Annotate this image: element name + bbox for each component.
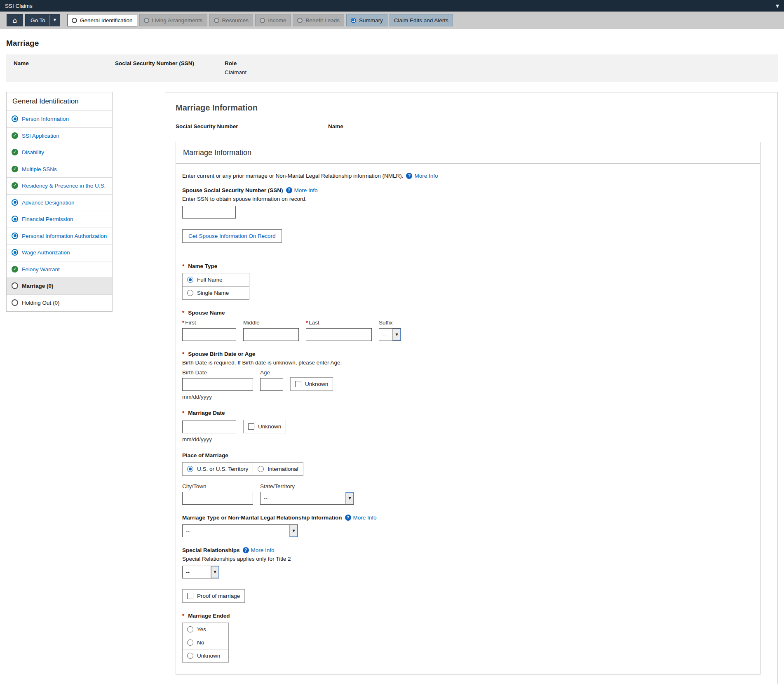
marriage-date-input[interactable]: [182, 421, 236, 433]
place-of-marriage-group: U.S. or U.S. Territory International: [182, 462, 753, 476]
tab-living-arrangements[interactable]: Living Arrangements: [139, 14, 207, 26]
marriage-date-unknown-checkbox[interactable]: Unknown: [243, 420, 286, 433]
sidebar-item-multiple-ssns[interactable]: Multiple SSNs: [7, 161, 112, 178]
birth-date-input[interactable]: [182, 378, 253, 391]
claimant-ssn-label: Social Security Number (SSN): [115, 60, 225, 66]
more-info-label: More Info: [353, 515, 377, 521]
first-name-field: First: [182, 320, 236, 341]
page-title: Marriage: [6, 39, 784, 48]
sidebar-item-wage-authorization[interactable]: Wage Authorization: [7, 244, 112, 261]
sidebar-item-marriage[interactable]: Marriage (0): [7, 277, 112, 294]
international-option[interactable]: International: [253, 462, 303, 476]
city-town-label: City/Town: [182, 483, 253, 489]
radio-unselected-icon: [187, 626, 193, 632]
state-territory-select[interactable]: -- ▼: [260, 492, 354, 505]
claimant-role-column: Role Claimant: [225, 60, 770, 75]
sidebar-item-advance-designation[interactable]: Advance Designation: [7, 194, 112, 211]
special-relationships-label-row: Special Relationships ? More Info: [182, 547, 753, 553]
complete-check-icon: [12, 149, 18, 155]
sidebar-item-residency-presence[interactable]: Residency & Presence in the U.S.: [7, 177, 112, 194]
option-label: Full Name: [197, 277, 223, 283]
state-territory-label: State/Territory: [260, 483, 354, 489]
radio-selected-icon: [351, 18, 356, 23]
sidebar-item-personal-information-authorization[interactable]: Personal Information Authorization: [7, 228, 112, 244]
single-name-option[interactable]: Single Name: [182, 286, 249, 300]
radio-selected-icon: [187, 466, 193, 472]
birth-hint: Birth Date is required. If Birth date is…: [182, 360, 753, 366]
first-name-input[interactable]: [182, 328, 236, 341]
birth-unknown-checkbox[interactable]: Unknown: [290, 377, 333, 391]
in-progress-icon: [12, 233, 18, 239]
sidebar-item-holding-out[interactable]: Holding Out (0): [7, 294, 112, 311]
special-relationships-more-info-link[interactable]: ? More Info: [243, 547, 275, 553]
marriage-ended-unknown-option[interactable]: Unknown: [182, 649, 229, 663]
spouse-ssn-input[interactable]: [182, 206, 236, 219]
sidebar-item-label: Holding Out (0): [22, 299, 60, 307]
us-territory-option[interactable]: U.S. or U.S. Territory: [182, 462, 253, 476]
chevron-down-icon: ▼: [289, 525, 298, 537]
option-label: Proof of marriage: [197, 593, 240, 599]
sidebar-item-felony-warrant[interactable]: Felony Warrant: [7, 261, 112, 278]
claimant-ssn-column: Social Security Number (SSN): [115, 60, 225, 75]
sidebar-item-ssi-application[interactable]: SSI Application: [7, 127, 112, 144]
birth-fields: Birth Date Age Unknown: [182, 369, 753, 391]
name-type-label: Name Type: [182, 263, 753, 269]
chevron-down-icon: ▼: [211, 566, 219, 578]
marriage-ended-yes-option[interactable]: Yes: [182, 623, 229, 636]
city-town-input[interactable]: [182, 492, 253, 505]
tab-label: General Identification: [80, 17, 133, 24]
first-name-label: First: [182, 320, 236, 326]
home-button[interactable]: ⌂: [7, 14, 23, 26]
marriage-date-label: Marriage Date: [182, 410, 753, 416]
tab-general-identification[interactable]: General Identification: [67, 14, 137, 26]
full-name-option[interactable]: Full Name: [182, 273, 249, 287]
spouse-ssn-label-row: Spouse Social Security Number (SSN) ? Mo…: [182, 187, 753, 193]
tab-benefit-leads[interactable]: Benefit Leads: [293, 14, 344, 26]
go-to-button[interactable]: Go To ▼: [25, 14, 60, 26]
sidebar-item-disability[interactable]: Disability: [7, 144, 112, 161]
claimant-role-value: Claimant: [225, 69, 770, 75]
special-relationships-select[interactable]: -- ▼: [182, 566, 219, 578]
radio-unselected-icon: [187, 653, 193, 659]
in-progress-icon: [12, 115, 18, 122]
last-name-label: Last: [306, 320, 372, 326]
sidebar-item-person-information[interactable]: Person Information: [7, 110, 112, 127]
suffix-field: Suffix -- ▼: [379, 320, 401, 341]
age-field: Age: [260, 369, 283, 391]
checkbox-icon: [248, 423, 254, 430]
panel-heading: Marriage Information: [176, 103, 761, 113]
tab-claim-edits-and-alerts[interactable]: Claim Edits and Alerts: [390, 14, 453, 26]
get-spouse-information-button[interactable]: Get Spouse Information On Record: [182, 229, 282, 243]
last-name-input[interactable]: [306, 328, 372, 341]
spouse-name-label: Spouse Name: [182, 310, 753, 316]
marriage-type-select[interactable]: -- ▼: [182, 524, 298, 537]
sidebar-item-label: Financial Permission: [22, 216, 73, 223]
place-fields: City/Town State/Territory -- ▼: [182, 483, 753, 505]
chevron-down-icon: ▼: [392, 329, 401, 341]
tab-resources[interactable]: Resources: [209, 14, 254, 26]
in-progress-icon: [12, 249, 18, 256]
radio-unselected-icon: [187, 639, 193, 646]
help-icon: ?: [345, 515, 351, 521]
chevron-down-icon[interactable]: ▼: [776, 4, 779, 8]
sidebar-item-label: Personal Information Authorization: [22, 233, 107, 240]
nmlr-more-info-link[interactable]: ? More Info: [406, 173, 438, 179]
marriage-ended-no-option[interactable]: No: [182, 636, 229, 649]
suffix-select[interactable]: -- ▼: [379, 328, 401, 341]
option-label: Yes: [197, 626, 206, 632]
tab-income[interactable]: Income: [255, 14, 291, 26]
proof-of-marriage-checkbox[interactable]: Proof of marriage: [182, 589, 245, 603]
middle-name-input[interactable]: [243, 328, 299, 341]
complete-check-icon: [12, 182, 18, 189]
sidebar-item-label: Advance Designation: [22, 199, 75, 207]
special-relationships-label: Special Relationships: [182, 547, 240, 553]
form-body: Enter current or any prior marriage or N…: [176, 164, 760, 674]
age-input[interactable]: [260, 378, 283, 391]
option-label: Unknown: [197, 653, 220, 659]
spouse-ssn-more-info-link[interactable]: ? More Info: [286, 187, 318, 193]
sidebar-item-financial-permission[interactable]: Financial Permission: [7, 211, 112, 228]
marriage-type-more-info-link[interactable]: ? More Info: [345, 515, 377, 521]
tab-summary[interactable]: Summary: [346, 14, 387, 26]
marriage-type-label-row: Marriage Type or Non-Marital Legal Relat…: [182, 515, 753, 521]
birth-date-field: Birth Date: [182, 369, 253, 391]
